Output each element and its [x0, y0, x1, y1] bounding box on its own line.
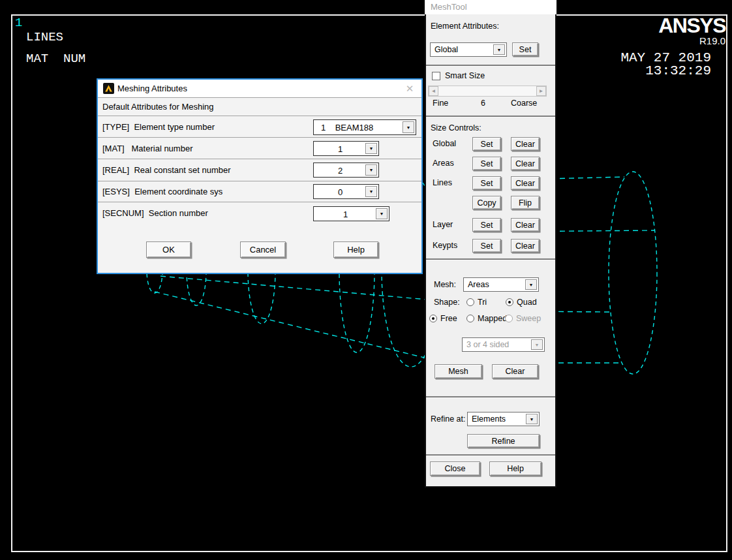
dialog-subtitle: Default Attributes for Meshing [102, 102, 214, 112]
size-global-set-button[interactable]: Set [472, 137, 501, 151]
type-label: [TYPE] Element type number [102, 121, 215, 131]
material-number-select[interactable]: 1 ▼ [313, 141, 379, 156]
smart-size-slider[interactable]: ◄ ► [428, 86, 547, 97]
chevron-down-icon[interactable]: ▼ [365, 186, 377, 197]
shape-quad-label: Quad [517, 298, 537, 307]
method-sweep-radio [505, 315, 513, 322]
size-keypts-set-button[interactable]: Set [472, 239, 501, 253]
mesh-clear-button[interactable]: Clear [492, 364, 538, 379]
size-areas-set-button[interactable]: Set [472, 157, 501, 170]
esys-select[interactable]: 0 ▼ [313, 184, 379, 199]
ok-button[interactable]: OK [146, 241, 191, 258]
size-layer-clear-button[interactable]: Clear [511, 218, 540, 232]
method-free-radio[interactable] [429, 315, 437, 322]
chevron-down-icon[interactable]: ▼ [493, 44, 505, 55]
chevron-down-icon[interactable]: ▼ [525, 279, 537, 290]
shape-label: Shape: [434, 298, 460, 307]
dialog-title: Meshing Attributes [117, 84, 187, 93]
method-sweep-label: Sweep [516, 314, 541, 323]
smart-size-label: Smart Size [445, 71, 485, 80]
element-attributes-set-button[interactable]: Set [512, 42, 538, 56]
chevron-down-icon[interactable]: ▼ [365, 143, 377, 154]
shape-tri-radio[interactable] [466, 298, 474, 306]
size-lines-flip-button[interactable]: Flip [511, 196, 540, 210]
size-global-clear-button[interactable]: Clear [511, 137, 540, 151]
section-number-select[interactable]: 1 ▼ [313, 206, 389, 221]
meshtool-title-bar[interactable]: MeshTool [425, 0, 557, 14]
esys-label: [ESYS] Element coordinate sys [102, 187, 222, 196]
mesh-label: Mesh: [434, 280, 456, 289]
refine-target-value: Elements [472, 414, 527, 424]
chevron-down-icon[interactable]: ▼ [526, 414, 538, 424]
ansys-brand-block: ANSYS R19.0 [658, 16, 725, 46]
meshtool-help-button[interactable]: Help [489, 461, 541, 476]
meshtool-panel: MeshTool Element Attributes: Global ▼ Se… [425, 0, 557, 488]
ansys-app-icon [103, 83, 114, 94]
section-divider [426, 116, 555, 117]
attribute-scope-value: Global [435, 45, 495, 54]
help-button[interactable]: Help [333, 241, 378, 258]
size-keypts-clear-button[interactable]: Clear [511, 239, 540, 253]
size-lines-set-button[interactable]: Set [472, 176, 501, 190]
plot-annotation-matnum: MAT NUM [26, 52, 85, 66]
dialog-title-bar[interactable]: Meshing Attributes ✕ [98, 80, 421, 98]
size-areas-clear-button[interactable]: Clear [511, 157, 540, 170]
mesh-target-select[interactable]: Areas ▼ [463, 277, 539, 292]
slider-left-arrow-icon[interactable]: ◄ [429, 86, 438, 96]
element-type-value: 1 BEAM188 [314, 123, 404, 132]
size-controls-heading: Size Controls: [431, 123, 481, 132]
slider-right-arrow-icon[interactable]: ► [536, 86, 546, 96]
mesh-button[interactable]: Mesh [435, 364, 482, 379]
size-lines-clear-button[interactable]: Clear [511, 176, 540, 190]
esys-row: [ESYS] Element coordinate sys 0 ▼ [98, 181, 421, 202]
secnum-label: [SECNUM] Section number [102, 208, 208, 218]
section-divider [426, 65, 555, 67]
refine-at-label: Refine at: [431, 414, 466, 424]
slider-fine-label: Fine [433, 99, 448, 108]
close-icon[interactable]: ✕ [403, 82, 416, 95]
meshing-attributes-dialog: Meshing Attributes ✕ Default Attributes … [97, 78, 423, 274]
attribute-scope-select[interactable]: Global ▼ [430, 42, 507, 57]
method-mapped-label: Mapped [478, 314, 507, 323]
slider-coarse-label: Coarse [511, 99, 537, 108]
mat-label: [MAT] Material number [102, 143, 192, 153]
real-constant-value: 2 [314, 165, 367, 175]
shape-tri-label: Tri [478, 298, 487, 307]
mesh-target-value: Areas [468, 280, 526, 289]
meshtool-title: MeshTool [431, 2, 467, 12]
refine-button[interactable]: Refine [467, 434, 540, 448]
size-lines-copy-button[interactable]: Copy [472, 196, 501, 210]
time-text: 13:32:29 [645, 63, 711, 78]
size-areas-label: Areas [433, 159, 454, 168]
section-number-value: 1 [314, 209, 377, 219]
plot-number: 1 [15, 16, 22, 30]
chevron-down-icon[interactable]: ▼ [403, 121, 414, 133]
chevron-down-icon: ▼ [531, 339, 543, 350]
element-type-select[interactable]: 1 BEAM188 ▼ [313, 119, 416, 135]
slider-value: 6 [481, 99, 485, 108]
meshtool-close-button[interactable]: Close [430, 461, 480, 476]
dialog-subtitle-row: Default Attributes for Meshing [98, 97, 421, 116]
real-constant-select[interactable]: 2 ▼ [313, 163, 379, 178]
mat-row: [MAT] Material number 1 ▼ [98, 137, 421, 159]
ansys-logo-text: ANSYS [658, 16, 725, 35]
size-global-label: Global [433, 139, 456, 148]
shape-quad-radio[interactable] [506, 298, 513, 306]
size-layer-label: Layer [433, 220, 453, 229]
esys-value: 0 [314, 187, 367, 196]
chevron-down-icon[interactable]: ▼ [365, 164, 377, 176]
cancel-button[interactable]: Cancel [240, 241, 286, 258]
refine-target-select[interactable]: Elements ▼ [467, 412, 540, 426]
plot-annotation-lines: LINES [26, 30, 63, 44]
mapped-shape-select: 3 or 4 sided ▼ [462, 337, 545, 352]
material-number-value: 1 [314, 144, 367, 153]
section-divider [426, 258, 555, 260]
size-layer-set-button[interactable]: Set [472, 218, 501, 232]
section-divider [426, 454, 555, 456]
section-divider [426, 396, 555, 398]
method-mapped-radio[interactable] [466, 315, 474, 322]
chevron-down-icon[interactable]: ▼ [376, 208, 388, 219]
size-lines-label: Lines [433, 178, 452, 187]
real-label: [REAL] Real constant set number [102, 165, 231, 175]
smart-size-checkbox[interactable] [432, 72, 440, 80]
